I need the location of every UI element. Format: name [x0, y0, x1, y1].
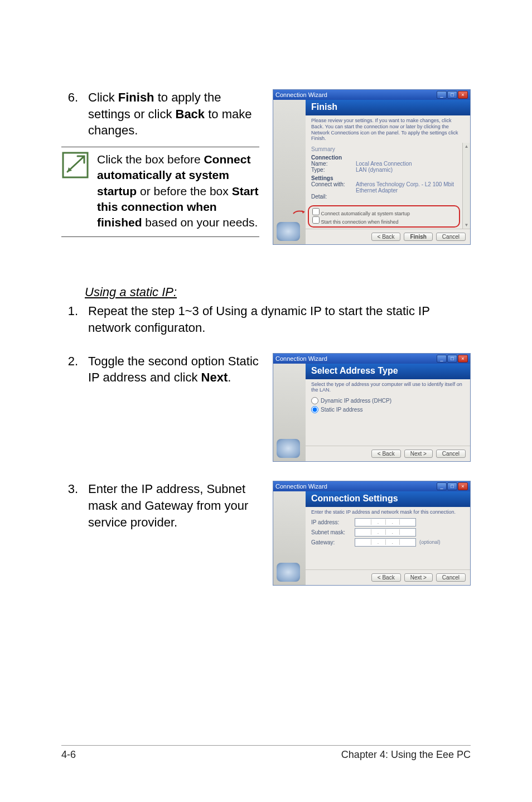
start-connection-checkbox[interactable]: Start this connection when finished [312, 216, 456, 225]
wizard-desc: Enter the static IP address and network … [306, 507, 470, 516]
note-text: Click the box before Connect automatical… [97, 152, 259, 231]
wizard-titlebar: Connection Wizard _ □ × [273, 90, 470, 100]
gateway-input[interactable]: .. [355, 538, 416, 547]
scroll-down-icon[interactable]: ▼ [465, 223, 469, 228]
cancel-button[interactable]: Cancel [436, 573, 466, 582]
static-ip-radio[interactable]: Static IP address [311, 406, 465, 413]
wizard-desc: Please review your settings. If you want… [306, 115, 470, 143]
chapter-title: Chapter 4: Using the Eee PC [341, 749, 471, 761]
back-button[interactable]: < Back [371, 450, 401, 458]
callout-arrow-icon [292, 209, 306, 219]
wizard-address-type: Connection Wizard _ □ × Select Address T… [273, 353, 471, 462]
wizard-connection-settings: Connection Wizard _ □ × Connection Setti… [273, 481, 471, 586]
scroll-up-icon[interactable]: ▲ [465, 144, 469, 149]
wizard-finish: Connection Wizard _ □ × Finish Please re… [273, 89, 471, 245]
step-2-text: Toggle the second option Static IP addre… [88, 353, 259, 386]
ip-address-label: IP address: [311, 519, 351, 525]
wizard-banner: Connection Settings [306, 491, 470, 507]
dynamic-ip-radio[interactable]: Dynamic IP address (DHCP) [311, 397, 465, 404]
callout-box: Connect automatically at system startup … [308, 205, 460, 228]
wizard-desc: Select the type of address your computer… [306, 379, 470, 395]
step-3-text: Enter the IP address, Subnet mask and Ga… [88, 481, 259, 530]
optional-text: (optional) [419, 539, 441, 545]
connect-auto-checkbox[interactable]: Connect automatically at system startup [312, 208, 456, 216]
wizard-sidebar-image [273, 100, 306, 244]
step-6-text: Click Finish to apply the settings or cl… [88, 89, 259, 139]
cancel-button[interactable]: Cancel [436, 450, 466, 458]
note-icon [61, 152, 89, 178]
minimize-icon[interactable]: _ [437, 482, 447, 490]
step-1-text: Repeat the step 1~3 of Using a dynamic I… [88, 303, 471, 336]
wizard-title: Connection Wizard [275, 355, 327, 362]
back-button[interactable]: < Back [371, 233, 401, 241]
close-icon[interactable]: × [458, 355, 468, 363]
wizard-banner: Finish [306, 100, 470, 115]
minimize-icon[interactable]: _ [437, 355, 447, 363]
wizard-title: Connection Wizard [275, 483, 327, 490]
gateway-label: Gateway: [311, 539, 351, 545]
close-icon[interactable]: × [458, 91, 468, 99]
subnet-mask-input[interactable]: .. [355, 528, 416, 537]
step-number: 3. [61, 481, 78, 530]
maximize-icon[interactable]: □ [447, 91, 457, 99]
maximize-icon[interactable]: □ [447, 355, 457, 363]
wizard-titlebar: Connection Wizard _ □ × [273, 481, 470, 491]
wizard-sidebar-image [273, 364, 306, 462]
scrollbar[interactable]: ▲ ▼ [462, 143, 470, 229]
next-button[interactable]: Next > [404, 573, 433, 582]
next-button[interactable]: Next > [404, 450, 433, 458]
wizard-titlebar: Connection Wizard _ □ × [273, 354, 470, 364]
subnet-mask-label: Subnet mask: [311, 529, 351, 535]
wizard-sidebar-image [273, 491, 306, 585]
step-number: 2. [61, 353, 78, 386]
ip-address-input[interactable]: .. [355, 518, 416, 526]
cancel-button[interactable]: Cancel [436, 233, 466, 241]
step-number: 1. [61, 303, 78, 336]
page-footer: 4-6 Chapter 4: Using the Eee PC [61, 745, 471, 761]
finish-button[interactable]: Finish [404, 233, 432, 241]
section-title-static-ip: Using a static IP: [85, 285, 471, 299]
page-number: 4-6 [61, 749, 76, 761]
step-number: 6. [61, 89, 78, 139]
note-box: Click the box before Connect automatical… [61, 147, 259, 237]
back-button[interactable]: < Back [371, 573, 401, 582]
close-icon[interactable]: × [458, 482, 468, 490]
wizard-banner: Select Address Type [306, 364, 470, 379]
wizard-title: Connection Wizard [275, 91, 327, 98]
minimize-icon[interactable]: _ [437, 91, 447, 99]
maximize-icon[interactable]: □ [447, 482, 457, 490]
